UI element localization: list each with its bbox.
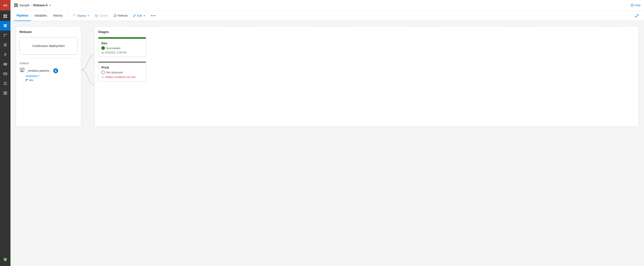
svg-rect-25: [6, 93, 7, 94]
svg-rect-15: [5, 63, 6, 66]
more-options-button[interactable]: •••: [148, 12, 158, 19]
tab-pipeline[interactable]: Pipeline: [14, 10, 31, 21]
sidebar-item-rocket[interactable]: [0, 50, 10, 60]
toolbar-separator: [68, 13, 68, 18]
svg-text:?: ?: [632, 4, 633, 6]
sidebar-bottom: [0, 255, 10, 264]
warning-triangle-icon: ⚠: [101, 75, 104, 78]
svg-point-8: [6, 34, 7, 35]
svg-rect-16: [6, 63, 7, 66]
toolbar: Pipeline Variables History + Deploy Canc…: [10, 10, 644, 21]
pipeline-canvas: Release Continuous deployment Artifacts: [10, 21, 644, 266]
svg-point-39: [26, 80, 27, 81]
sidebar: AS: [0, 0, 10, 266]
success-icon: ✓: [101, 46, 105, 50]
avatar: AS: [0, 0, 10, 10]
connector-svg: [81, 26, 94, 114]
svg-point-13: [5, 54, 6, 55]
stages-section: Stages Dev ✓ Succeeded on 3/2/2020, 3:38…: [94, 26, 639, 127]
svg-rect-28: [14, 5, 16, 7]
svg-rect-5: [4, 25, 7, 26]
not-deployed-icon: [101, 70, 105, 74]
expand-button[interactable]: [634, 12, 640, 19]
release-divider: [20, 58, 78, 58]
artifact-badge: [53, 68, 58, 73]
artifact-icon-row: _ninallam.pipeline...: [20, 68, 78, 74]
shield-icon[interactable]: [0, 255, 10, 264]
svg-rect-6: [4, 26, 7, 27]
sidebar-item-pipelines[interactable]: [0, 21, 10, 30]
breadcrumb-app-name: Sample: [19, 4, 30, 7]
sidebar-item-library[interactable]: [0, 60, 10, 69]
stage-card-prod[interactable]: Prod Not deployed ⚠ Artifact conditions …: [98, 61, 146, 82]
svg-point-7: [4, 34, 4, 35]
svg-text:+: +: [73, 15, 74, 17]
stage-card-dev[interactable]: Dev ✓ Succeeded on 3/2/2020, 3:38 PM: [98, 37, 146, 57]
svg-rect-23: [6, 92, 7, 93]
svg-rect-26: [14, 3, 16, 5]
breadcrumb: Sample › Release-5: [14, 3, 51, 7]
cancel-button[interactable]: Cancel: [92, 13, 110, 18]
sidebar-item-test[interactable]: [0, 78, 10, 88]
cd-trigger-label: Continuous deployment: [32, 44, 64, 48]
cd-trigger-box[interactable]: Continuous deployment: [20, 37, 78, 54]
svg-rect-22: [4, 92, 5, 93]
svg-point-38: [26, 79, 27, 80]
stages-section-title: Stages: [98, 30, 635, 34]
artifact-download-icon: [20, 68, 25, 74]
breadcrumb-separator: ›: [31, 4, 32, 7]
artifact-item: _ninallam.pipeline... 20200302.7: [20, 68, 78, 82]
svg-point-9: [4, 36, 4, 37]
release-section: Release Continuous deployment Artifacts: [16, 26, 81, 127]
svg-rect-17: [4, 73, 7, 75]
stage-status-prod: Not deployed: [101, 70, 143, 74]
tab-history[interactable]: History: [50, 10, 65, 21]
svg-rect-4: [4, 24, 7, 25]
sidebar-item-artifacts[interactable]: [0, 40, 10, 50]
svg-rect-1: [6, 14, 7, 16]
pipeline-layout: Release Continuous deployment Artifacts: [16, 26, 639, 127]
deploy-button[interactable]: + Deploy: [71, 13, 92, 18]
sidebar-item-repos[interactable]: [0, 30, 10, 40]
release-section-title: Release: [20, 30, 78, 34]
svg-rect-27: [16, 3, 18, 5]
stage-name-dev: Dev: [101, 41, 143, 45]
release-definition-icon: [14, 3, 18, 7]
svg-rect-29: [16, 5, 18, 7]
stage-meta-dev: on 3/2/2020, 3:38 PM: [101, 51, 143, 54]
svg-rect-14: [4, 63, 4, 66]
main-content: Sample › Release-5 ? Help Pipeline Varia…: [10, 0, 644, 266]
stages-list: Dev ✓ Succeeded on 3/2/2020, 3:38 PM: [98, 37, 635, 82]
artifact-name: _ninallam.pipeline...: [26, 69, 52, 72]
svg-rect-2: [4, 16, 5, 18]
breadcrumb-release-name[interactable]: Release-5: [33, 4, 51, 7]
stage-warning-prod: ⚠ Artifact conditions not met: [101, 75, 143, 78]
sidebar-item-deploy[interactable]: [0, 88, 10, 98]
stage-name-prod: Prod: [101, 66, 143, 69]
refresh-button[interactable]: Refresh: [111, 13, 130, 18]
svg-rect-0: [4, 14, 5, 16]
connector-region: [81, 26, 94, 127]
artifact-branch: dev: [26, 78, 78, 82]
top-header: Sample › Release-5 ? Help: [10, 0, 644, 10]
sidebar-icons: [0, 11, 10, 98]
tab-variables[interactable]: Variables: [32, 10, 50, 21]
sidebar-item-boards[interactable]: [0, 69, 10, 78]
artifact-version: 20200302.7: [26, 75, 78, 78]
svg-rect-24: [4, 93, 5, 94]
svg-rect-3: [6, 16, 7, 18]
stage-card-body-prod: Prod Not deployed ⚠ Artifact conditions …: [98, 63, 146, 81]
stage-card-body-dev: Dev ✓ Succeeded on 3/2/2020, 3:38 PM: [98, 39, 146, 57]
help-link[interactable]: ? Help: [631, 4, 640, 7]
stage-status-dev: ✓ Succeeded: [101, 46, 143, 50]
artifacts-label: Artifacts: [20, 62, 78, 65]
sidebar-item-home[interactable]: [0, 11, 10, 21]
edit-button[interactable]: Edit: [131, 13, 148, 18]
